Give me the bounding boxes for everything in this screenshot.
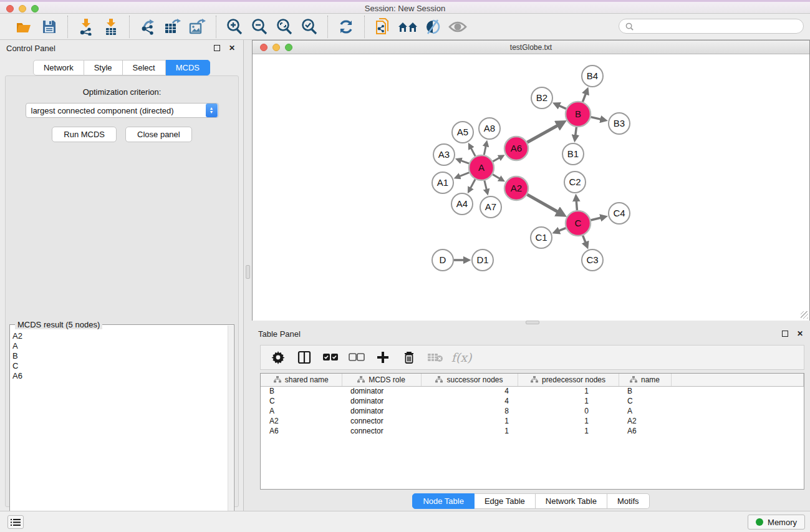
zoom-selected-button[interactable] xyxy=(299,17,320,37)
graph-edge-A6-B[interactable] xyxy=(527,125,559,142)
delete-column-button[interactable] xyxy=(399,348,419,367)
criterion-dropdown[interactable]: largest connected component (directed) ▲… xyxy=(26,103,219,118)
graph-node-A8[interactable]: A8 xyxy=(479,118,500,139)
column-header-successor-nodes[interactable]: successor nodes xyxy=(421,374,518,386)
zoom-out-button[interactable] xyxy=(249,17,270,37)
graph-node-A3[interactable]: A3 xyxy=(433,144,455,165)
window-resize-grip[interactable] xyxy=(801,311,808,319)
graph-edge-A-A8[interactable] xyxy=(484,145,486,155)
table-cell[interactable]: 1 xyxy=(518,426,619,436)
import-network-button[interactable] xyxy=(75,17,97,37)
graph-node-C4[interactable]: C4 xyxy=(609,203,630,224)
result-item[interactable]: C xyxy=(12,361,228,371)
table-cell[interactable]: 1 xyxy=(421,416,518,426)
graph-edge-A-A1[interactable] xyxy=(459,173,470,177)
table-cell[interactable]: 0 xyxy=(518,406,619,416)
show-columns-button[interactable] xyxy=(294,348,314,367)
float-panel-button[interactable] xyxy=(212,43,222,53)
column-header-predecessor-nodes[interactable]: predecessor nodes xyxy=(518,374,619,386)
zoom-fit-button[interactable] xyxy=(274,17,295,37)
table-cell[interactable]: 1 xyxy=(518,416,619,426)
refresh-view-button[interactable] xyxy=(335,17,357,37)
table-cell[interactable]: A2 xyxy=(261,416,342,426)
memory-status-button[interactable]: Memory xyxy=(748,515,805,530)
table-cell[interactable]: A xyxy=(261,406,342,416)
table-cell[interactable] xyxy=(671,406,804,416)
table-close-panel-button[interactable]: ✕ xyxy=(795,329,805,339)
graph-edge-A-A4[interactable] xyxy=(470,180,475,189)
table-cell[interactable]: connector xyxy=(342,426,421,436)
graph-edge-B-B1[interactable] xyxy=(576,127,577,137)
column-header-name[interactable]: name xyxy=(619,374,671,386)
graph-node-B1[interactable]: B1 xyxy=(562,143,584,165)
table-tab-edge-table[interactable]: Edge Table xyxy=(475,493,536,509)
table-cell[interactable]: dominator xyxy=(342,406,421,416)
column-header-shared-name[interactable]: shared name xyxy=(261,374,342,386)
graph-node-D[interactable]: D xyxy=(432,249,453,271)
export-table-button[interactable] xyxy=(162,17,183,37)
column-header-MCDS-role[interactable]: MCDS role xyxy=(342,374,421,386)
table-cell[interactable] xyxy=(671,386,804,396)
table-cell[interactable]: connector xyxy=(342,416,421,426)
graph-edge-A-A6[interactable] xyxy=(493,157,500,161)
table-cell[interactable]: C xyxy=(261,396,342,406)
graph-edge-C-C3[interactable] xyxy=(583,236,586,244)
graph-node-C3[interactable]: C3 xyxy=(582,249,603,271)
network-window-titlebar[interactable]: testGlobe.txt xyxy=(253,41,809,54)
result-item[interactable]: A xyxy=(12,341,228,351)
zoom-in-button[interactable] xyxy=(224,17,245,37)
table-cell[interactable]: dominator xyxy=(342,386,421,396)
graph-node-B2[interactable]: B2 xyxy=(531,87,552,109)
table-cell[interactable]: B xyxy=(619,386,671,396)
table-cell[interactable]: A xyxy=(619,406,671,416)
tab-style[interactable]: Style xyxy=(84,60,123,75)
graph-edge-A-A2[interactable] xyxy=(493,175,500,179)
graph-edge-A-A7[interactable] xyxy=(485,180,487,190)
network-graph[interactable]: B4B2BB3A8A5A6A3B1AC2A1A2A4A7C4CC1C3DD1 xyxy=(253,54,809,321)
graph-node-A1[interactable]: A1 xyxy=(432,172,453,193)
close-panel-button[interactable]: ✕ xyxy=(227,43,237,53)
mcds-result-list[interactable]: A2ABCA6 xyxy=(12,331,228,532)
result-item[interactable]: A6 xyxy=(12,371,228,381)
graph-edge-A-A5[interactable] xyxy=(471,147,475,156)
graph-edge-B-B3[interactable] xyxy=(591,117,602,120)
graph-edge-A-A3[interactable] xyxy=(460,160,469,163)
graph-node-C1[interactable]: C1 xyxy=(531,227,552,248)
vertical-splitter-handle[interactable] xyxy=(246,265,250,279)
graph-node-A6[interactable]: A6 xyxy=(504,137,528,160)
clear-table-button[interactable] xyxy=(425,348,445,367)
tab-select[interactable]: Select xyxy=(123,60,166,75)
export-image-button[interactable] xyxy=(187,17,208,37)
table-cell[interactable]: 1 xyxy=(421,426,518,436)
show-hide-annotations-button[interactable] xyxy=(447,17,468,37)
graph-node-B3[interactable]: B3 xyxy=(609,113,630,134)
table-cell[interactable]: C xyxy=(619,396,671,406)
graph-node-A7[interactable]: A7 xyxy=(480,196,501,218)
close-panel-action-button[interactable]: Close panel xyxy=(125,127,192,142)
table-cell[interactable]: 4 xyxy=(421,396,518,406)
tab-mcds[interactable]: MCDS xyxy=(166,60,210,75)
table-cell[interactable]: A6 xyxy=(619,426,671,436)
graph-node-A2[interactable]: A2 xyxy=(504,177,528,200)
table-cell[interactable] xyxy=(671,416,804,426)
table-cell[interactable] xyxy=(671,396,804,406)
result-item[interactable]: B xyxy=(12,351,228,361)
tab-network[interactable]: Network xyxy=(33,60,84,75)
graph-edge-B-B4[interactable] xyxy=(582,93,586,102)
toolbar-search[interactable] xyxy=(619,19,804,34)
graph-node-A5[interactable]: A5 xyxy=(452,122,473,143)
graph-node-C[interactable]: C xyxy=(566,211,591,236)
open-file-button[interactable] xyxy=(14,17,35,37)
graph-edge-A2-C[interactable] xyxy=(527,195,559,213)
table-settings-button[interactable] xyxy=(268,348,288,367)
table-cell[interactable]: 1 xyxy=(518,386,619,396)
table-cell[interactable]: B xyxy=(261,386,342,396)
table-row[interactable]: A2connector11A2 xyxy=(261,416,804,426)
result-item[interactable]: A2 xyxy=(12,331,228,341)
add-column-button[interactable] xyxy=(373,348,393,367)
save-session-button[interactable] xyxy=(39,17,60,37)
table-tab-node-table[interactable]: Node Table xyxy=(412,493,475,509)
graph-node-B[interactable]: B xyxy=(566,102,591,127)
graph-edge-C-C1[interactable] xyxy=(558,228,566,231)
task-history-button[interactable] xyxy=(7,515,24,529)
